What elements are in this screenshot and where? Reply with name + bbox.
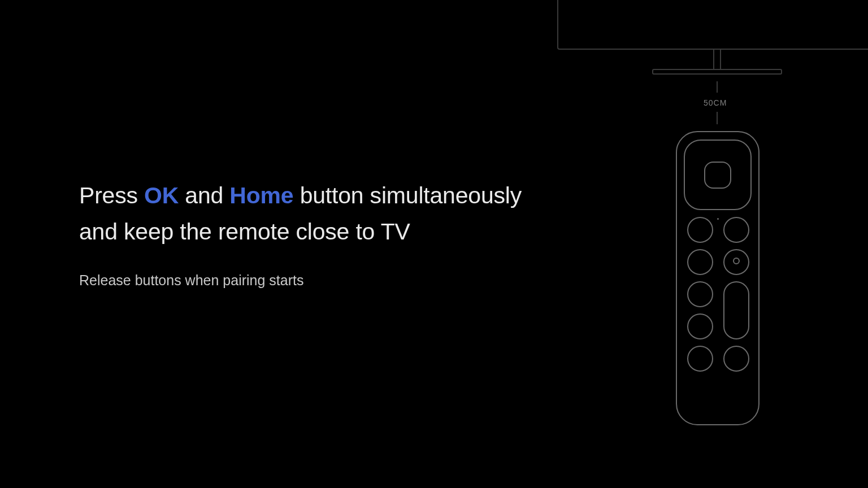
remote-button-icon — [687, 346, 713, 372]
remote-button-icon — [687, 313, 713, 339]
instruction-mid: and — [179, 182, 229, 208]
distance-label: 50CM — [704, 98, 727, 107]
remote-button-icon — [687, 217, 713, 243]
remote-ok-button-icon — [704, 162, 731, 189]
ok-button-label: OK — [144, 182, 179, 208]
remote-home-ring-icon — [733, 258, 740, 264]
remote-button-icon — [723, 217, 749, 243]
remote-button-icon — [723, 346, 749, 372]
instruction-text-block: Press OK and Home button simultaneously … — [79, 178, 531, 289]
remote-led-icon — [717, 218, 719, 220]
remote-button-icon — [687, 281, 713, 307]
main-instruction: Press OK and Home button simultaneously … — [79, 178, 531, 250]
sub-instruction: Release buttons when pairing starts — [79, 272, 531, 289]
remote-control-icon — [676, 131, 760, 425]
distance-line-icon — [717, 81, 718, 93]
remote-volume-rocker-icon — [723, 281, 749, 339]
tv-stand-neck-icon — [713, 50, 721, 70]
pairing-illustration: 50CM — [472, 0, 868, 488]
distance-line-icon — [717, 112, 718, 124]
remote-button-icon — [687, 249, 713, 275]
instruction-prefix: Press — [79, 182, 144, 208]
tv-stand-base-icon — [652, 69, 782, 75]
home-button-label: Home — [229, 182, 293, 208]
tv-frame-icon — [557, 0, 868, 50]
